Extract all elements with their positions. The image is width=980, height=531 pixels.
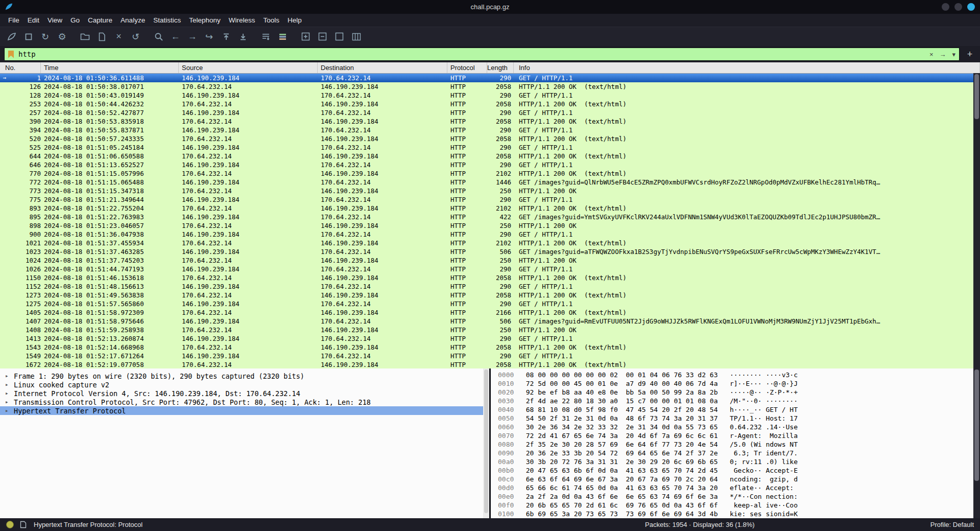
hex-row[interactable]: 0070 72 2d 41 67 65 6e 74 3a 20 4d 6f 7a… (498, 432, 973, 441)
packet-row[interactable]: 7702024-08-18 01:51:15.057996170.64.232.… (0, 169, 980, 178)
resize-columns-button[interactable] (348, 29, 365, 44)
packet-row[interactable]: 16722024-08-18 01:52:19.077058170.64.232… (0, 360, 980, 368)
packet-row[interactable]: 1282024-08-18 01:50:43.019149146.190.239… (0, 91, 980, 100)
go-first-packet-button[interactable] (218, 29, 234, 44)
packet-row[interactable]: 1262024-08-18 01:50:38.017071170.64.232.… (0, 82, 980, 91)
hex-row[interactable]: 00d0 65 66 6c 61 74 65 0d 0a 41 63 63 65… (498, 484, 973, 493)
column-header-no[interactable]: No. (0, 62, 41, 73)
display-filter-field[interactable]: http × → ▾ (4, 48, 960, 61)
packet-row[interactable]: 12732024-08-18 01:51:49.563838170.64.232… (0, 291, 980, 299)
go-back-button[interactable]: ← (167, 29, 184, 44)
filter-dropdown-icon[interactable]: ▾ (952, 51, 955, 58)
detail-row[interactable]: ▸Internet Protocol Version 4, Src: 146.1… (0, 389, 483, 398)
go-last-packet-button[interactable] (234, 29, 251, 44)
clear-filter-icon[interactable]: × (929, 51, 934, 58)
column-header-protocol[interactable]: Protocol (447, 62, 487, 73)
start-capture-button[interactable] (3, 29, 20, 44)
menu-help[interactable]: Help (283, 15, 306, 26)
packet-row[interactable]: 6462024-08-18 01:51:13.652527146.190.239… (0, 160, 980, 169)
expand-arrow-icon[interactable]: ▸ (5, 407, 14, 414)
packet-row[interactable]: 6442024-08-18 01:51:06.650588170.64.232.… (0, 152, 980, 160)
hex-row[interactable]: 00b0 20 47 65 63 6b 6f 0d 0a 41 63 63 65… (498, 467, 973, 475)
zoom-reset-button[interactable] (331, 29, 348, 44)
stop-capture-button[interactable] (20, 29, 37, 44)
zoom-in-button[interactable] (297, 29, 314, 44)
hex-row[interactable]: 0020 92 be ef b8 aa 40 e8 0e bb 5a 00 50… (498, 388, 973, 397)
go-to-packet-button[interactable]: ↪ (201, 29, 218, 44)
detail-row[interactable]: ▸Frame 1: 290 bytes on wire (2320 bits),… (0, 372, 483, 380)
close-file-button[interactable]: × (110, 29, 127, 44)
menu-analyze[interactable]: Analyze (116, 15, 149, 26)
packet-row[interactable]: 10232024-08-18 01:51:37.463285146.190.23… (0, 247, 980, 256)
find-packet-button[interactable] (150, 29, 167, 44)
hex-scrollbar[interactable] (973, 368, 980, 518)
menu-capture[interactable]: Capture (84, 15, 116, 26)
reload-file-button[interactable]: ↺ (127, 29, 144, 44)
bookmark-icon[interactable] (8, 51, 14, 58)
packet-row[interactable]: 10212024-08-18 01:51:37.455934170.64.232… (0, 239, 980, 247)
scrollbar-thumb[interactable] (974, 74, 979, 119)
expand-arrow-icon[interactable]: ▸ (5, 373, 14, 379)
packet-row[interactable]: 7752024-08-18 01:51:21.349644146.190.239… (0, 195, 980, 204)
packet-row[interactable]: 3942024-08-18 01:50:55.837871146.190.239… (0, 126, 980, 134)
packet-list-scrollbar[interactable] (973, 73, 980, 368)
hex-row[interactable]: 0100 6b 69 65 3a 20 73 65 73 73 69 6f 6e… (498, 510, 973, 518)
packet-row[interactable]: 14082024-08-18 01:51:59.258938170.64.232… (0, 326, 980, 334)
packet-row[interactable]: 10242024-08-18 01:51:37.745203170.64.232… (0, 256, 980, 265)
expand-arrow-icon[interactable]: ▸ (5, 381, 14, 388)
display-filter-input[interactable]: http (18, 50, 925, 58)
detail-row[interactable]: ▸Transmission Control Protocol, Src Port… (0, 398, 483, 406)
hex-row[interactable]: 0000 08 00 00 00 00 00 00 02 00 01 04 06… (498, 371, 973, 380)
detail-row[interactable]: ▸Linux cooked capture v2 (0, 380, 483, 389)
packet-row[interactable]: 9002024-08-18 01:51:36.047938146.190.239… (0, 230, 980, 239)
expand-arrow-icon[interactable]: ▸ (5, 390, 14, 397)
hex-row[interactable]: 0080 2f 35 2e 30 20 28 57 69 6e 64 6f 77… (498, 441, 973, 449)
packet-row[interactable]: 12752024-08-18 01:51:57.565860146.190.23… (0, 299, 980, 308)
packet-row[interactable]: 11502024-08-18 01:51:46.153618170.64.232… (0, 273, 980, 282)
status-profile[interactable]: Profile: Default (930, 521, 974, 528)
hex-row[interactable]: 0050 54 50 2f 31 2e 31 0d 0a 48 6f 73 74… (498, 414, 973, 423)
menu-tools[interactable]: Tools (259, 15, 283, 26)
hex-row[interactable]: 00f0 20 6b 65 65 70 2d 61 6c 69 76 65 0d… (498, 501, 973, 510)
column-header-destination[interactable]: Destination (318, 62, 447, 73)
menu-edit[interactable]: Edit (23, 15, 43, 26)
packet-row[interactable]: 2572024-08-18 01:50:52.427877146.190.239… (0, 108, 980, 117)
menu-view[interactable]: View (43, 15, 66, 26)
scrollbar-thumb[interactable] (974, 370, 979, 481)
apply-filter-icon[interactable]: → (939, 51, 946, 58)
packet-row[interactable]: 14072024-08-18 01:51:58.975646146.190.23… (0, 317, 980, 326)
hex-row[interactable]: 0030 2f 4d ae 22 80 18 30 a0 15 c7 00 00… (498, 397, 973, 406)
packet-row[interactable]: 7732024-08-18 01:51:15.347318170.64.232.… (0, 187, 980, 195)
packet-row[interactable]: 2532024-08-18 01:50:44.426232170.64.232.… (0, 100, 980, 108)
packet-row[interactable]: 7722024-08-18 01:51:15.065488146.190.239… (0, 178, 980, 187)
column-header-source[interactable]: Source (179, 62, 318, 73)
zoom-out-button[interactable] (314, 29, 331, 44)
expert-info-icon[interactable] (6, 521, 14, 528)
go-forward-button[interactable]: → (184, 29, 201, 44)
packet-row[interactable]: 14132024-08-18 01:52:13.260874146.190.23… (0, 334, 980, 343)
capture-options-button[interactable]: ⚙ (54, 29, 70, 44)
menu-wireless[interactable]: Wireless (225, 15, 259, 26)
open-file-button[interactable] (77, 29, 93, 44)
hex-row[interactable]: 00e0 2a 2f 2a 0d 0a 43 6f 6e 6e 65 63 74… (498, 493, 973, 501)
menu-go[interactable]: Go (66, 15, 84, 26)
hex-row[interactable]: 0090 20 36 2e 33 3b 20 54 72 69 64 65 6e… (498, 449, 973, 458)
packet-row[interactable]: 15432024-08-18 01:52:14.668968170.64.232… (0, 343, 980, 352)
packet-row[interactable]: 14052024-08-18 01:51:58.972309170.64.232… (0, 308, 980, 317)
column-header-length[interactable]: Length (487, 62, 514, 73)
menu-telephony[interactable]: Telephony (185, 15, 225, 26)
hex-row[interactable]: 00c0 6e 63 6f 64 69 6e 67 3a 20 67 7a 69… (498, 475, 973, 484)
save-file-button[interactable] (93, 29, 110, 44)
packet-row[interactable]: 3902024-08-18 01:50:53.835918170.64.232.… (0, 117, 980, 126)
packet-row[interactable]: 8952024-08-18 01:51:22.763983146.190.239… (0, 213, 980, 221)
packet-row[interactable]: 11522024-08-18 01:51:48.156613146.190.23… (0, 282, 980, 291)
packet-row[interactable]: 8982024-08-18 01:51:23.046057170.64.232.… (0, 221, 980, 230)
capture-comment-icon[interactable] (20, 521, 27, 528)
restart-capture-button[interactable]: ↻ (37, 29, 54, 44)
auto-scroll-button[interactable] (257, 29, 274, 44)
packet-row[interactable]: 10262024-08-18 01:51:44.747193146.190.23… (0, 265, 980, 273)
add-filter-button[interactable]: + (964, 48, 976, 60)
detail-row[interactable]: ▸Hypertext Transfer Protocol (0, 406, 483, 415)
minimize-button[interactable] (942, 3, 949, 11)
menu-statistics[interactable]: Statistics (149, 15, 185, 26)
